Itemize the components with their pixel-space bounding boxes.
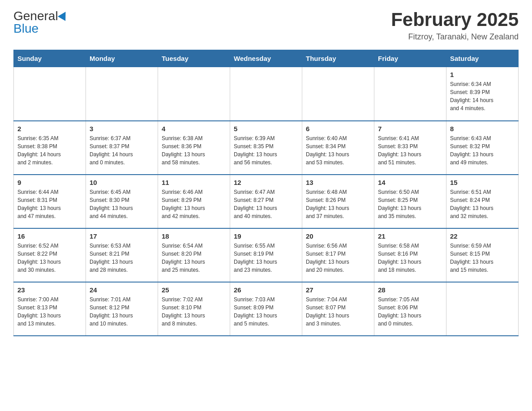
column-header-thursday: Thursday: [302, 50, 374, 67]
day-info: Sunrise: 6:38 AM Sunset: 8:36 PM Dayligh…: [162, 134, 226, 167]
calendar-cell: 16Sunrise: 6:52 AM Sunset: 8:22 PM Dayli…: [14, 228, 86, 282]
calendar-cell: [302, 67, 374, 121]
calendar-week-row: 9Sunrise: 6:44 AM Sunset: 8:31 PM Daylig…: [14, 175, 519, 228]
day-info: Sunrise: 6:56 AM Sunset: 8:17 PM Dayligh…: [306, 242, 370, 274]
day-info: Sunrise: 6:59 AM Sunset: 8:15 PM Dayligh…: [450, 242, 515, 274]
day-number: 4: [162, 125, 226, 133]
day-number: 2: [17, 125, 82, 133]
calendar-cell: 19Sunrise: 6:55 AM Sunset: 8:19 PM Dayli…: [230, 228, 302, 282]
calendar-cell: 18Sunrise: 6:54 AM Sunset: 8:20 PM Dayli…: [158, 228, 230, 282]
day-info: Sunrise: 7:02 AM Sunset: 8:10 PM Dayligh…: [162, 295, 226, 328]
day-number: 28: [378, 286, 442, 294]
calendar-cell: 15Sunrise: 6:51 AM Sunset: 8:24 PM Dayli…: [446, 175, 519, 228]
day-info: Sunrise: 6:37 AM Sunset: 8:37 PM Dayligh…: [90, 134, 154, 167]
day-number: 21: [378, 232, 442, 240]
day-info: Sunrise: 7:03 AM Sunset: 8:09 PM Dayligh…: [234, 295, 298, 328]
title-area: February 2025 Fitzroy, Taranaki, New Zea…: [391, 9, 519, 42]
column-header-tuesday: Tuesday: [158, 50, 230, 67]
calendar-cell: 9Sunrise: 6:44 AM Sunset: 8:31 PM Daylig…: [14, 175, 86, 228]
day-info: Sunrise: 6:35 AM Sunset: 8:38 PM Dayligh…: [17, 134, 82, 167]
day-info: Sunrise: 6:48 AM Sunset: 8:26 PM Dayligh…: [306, 188, 370, 220]
calendar-week-row: 2Sunrise: 6:35 AM Sunset: 8:38 PM Daylig…: [14, 121, 519, 175]
day-info: Sunrise: 6:45 AM Sunset: 8:30 PM Dayligh…: [90, 188, 154, 220]
calendar-cell: 1Sunrise: 6:34 AM Sunset: 8:39 PM Daylig…: [446, 67, 519, 121]
day-info: Sunrise: 6:46 AM Sunset: 8:29 PM Dayligh…: [162, 188, 226, 220]
column-header-wednesday: Wednesday: [230, 50, 302, 67]
calendar-cell: 6Sunrise: 6:40 AM Sunset: 8:34 PM Daylig…: [302, 121, 374, 175]
day-number: 18: [162, 232, 226, 240]
day-number: 26: [234, 286, 298, 294]
day-info: Sunrise: 6:40 AM Sunset: 8:34 PM Dayligh…: [306, 134, 370, 167]
calendar-cell: [14, 67, 86, 121]
calendar-cell: 11Sunrise: 6:46 AM Sunset: 8:29 PM Dayli…: [158, 175, 230, 228]
calendar-cell: 27Sunrise: 7:04 AM Sunset: 8:07 PM Dayli…: [302, 282, 374, 336]
calendar-cell: [446, 282, 519, 336]
calendar-cell: 3Sunrise: 6:37 AM Sunset: 8:37 PM Daylig…: [86, 121, 158, 175]
day-info: Sunrise: 7:01 AM Sunset: 8:12 PM Dayligh…: [90, 295, 154, 328]
day-number: 1: [450, 71, 515, 78]
day-number: 8: [450, 125, 515, 133]
day-number: 7: [378, 125, 442, 133]
calendar-cell: 17Sunrise: 6:53 AM Sunset: 8:21 PM Dayli…: [86, 228, 158, 282]
day-info: Sunrise: 6:47 AM Sunset: 8:27 PM Dayligh…: [234, 188, 298, 220]
logo: General Blue: [13, 9, 68, 36]
day-number: 16: [17, 232, 82, 240]
day-info: Sunrise: 6:58 AM Sunset: 8:16 PM Dayligh…: [378, 242, 442, 274]
calendar-cell: [374, 67, 446, 121]
calendar-cell: 24Sunrise: 7:01 AM Sunset: 8:12 PM Dayli…: [86, 282, 158, 336]
calendar-cell: [86, 67, 158, 121]
calendar-cell: 28Sunrise: 7:05 AM Sunset: 8:06 PM Dayli…: [374, 282, 446, 336]
calendar-cell: [158, 67, 230, 121]
day-info: Sunrise: 6:41 AM Sunset: 8:33 PM Dayligh…: [378, 134, 442, 167]
day-info: Sunrise: 6:55 AM Sunset: 8:19 PM Dayligh…: [234, 242, 298, 274]
day-info: Sunrise: 7:05 AM Sunset: 8:06 PM Dayligh…: [378, 295, 442, 328]
day-info: Sunrise: 6:54 AM Sunset: 8:20 PM Dayligh…: [162, 242, 226, 274]
calendar-cell: 8Sunrise: 6:43 AM Sunset: 8:32 PM Daylig…: [446, 121, 519, 175]
column-header-saturday: Saturday: [446, 50, 519, 67]
day-number: 22: [450, 232, 515, 240]
day-info: Sunrise: 6:53 AM Sunset: 8:21 PM Dayligh…: [90, 242, 154, 274]
day-info: Sunrise: 6:39 AM Sunset: 8:35 PM Dayligh…: [234, 134, 298, 167]
day-number: 17: [90, 232, 154, 240]
calendar-cell: 7Sunrise: 6:41 AM Sunset: 8:33 PM Daylig…: [374, 121, 446, 175]
day-number: 3: [90, 125, 154, 133]
day-number: 15: [450, 179, 515, 186]
column-header-friday: Friday: [374, 50, 446, 67]
calendar-cell: 22Sunrise: 6:59 AM Sunset: 8:15 PM Dayli…: [446, 228, 519, 282]
calendar-cell: [230, 67, 302, 121]
calendar-cell: 13Sunrise: 6:48 AM Sunset: 8:26 PM Dayli…: [302, 175, 374, 228]
page-title: February 2025: [391, 9, 519, 30]
calendar-cell: 12Sunrise: 6:47 AM Sunset: 8:27 PM Dayli…: [230, 175, 302, 228]
day-number: 27: [306, 286, 370, 294]
column-header-monday: Monday: [86, 50, 158, 67]
calendar-cell: 25Sunrise: 7:02 AM Sunset: 8:10 PM Dayli…: [158, 282, 230, 336]
calendar-week-row: 16Sunrise: 6:52 AM Sunset: 8:22 PM Dayli…: [14, 228, 519, 282]
calendar-cell: 5Sunrise: 6:39 AM Sunset: 8:35 PM Daylig…: [230, 121, 302, 175]
calendar-cell: 14Sunrise: 6:50 AM Sunset: 8:25 PM Dayli…: [374, 175, 446, 228]
day-number: 12: [234, 179, 298, 186]
day-info: Sunrise: 6:34 AM Sunset: 8:39 PM Dayligh…: [450, 80, 515, 112]
day-number: 19: [234, 232, 298, 240]
day-number: 11: [162, 179, 226, 186]
calendar-cell: 23Sunrise: 7:00 AM Sunset: 8:13 PM Dayli…: [14, 282, 86, 336]
calendar-cell: 26Sunrise: 7:03 AM Sunset: 8:09 PM Dayli…: [230, 282, 302, 336]
calendar-week-row: 23Sunrise: 7:00 AM Sunset: 8:13 PM Dayli…: [14, 282, 519, 336]
day-info: Sunrise: 6:43 AM Sunset: 8:32 PM Dayligh…: [450, 134, 515, 167]
day-info: Sunrise: 7:00 AM Sunset: 8:13 PM Dayligh…: [17, 295, 82, 328]
day-info: Sunrise: 6:52 AM Sunset: 8:22 PM Dayligh…: [17, 242, 82, 274]
logo-blue-text: Blue: [13, 21, 39, 35]
day-number: 9: [17, 179, 82, 186]
page-header: General Blue February 2025 Fitzroy, Tara…: [13, 9, 519, 42]
calendar-header-row: SundayMondayTuesdayWednesdayThursdayFrid…: [14, 50, 519, 67]
day-number: 23: [17, 286, 82, 294]
day-info: Sunrise: 7:04 AM Sunset: 8:07 PM Dayligh…: [306, 295, 370, 328]
day-number: 10: [90, 179, 154, 186]
location-subtitle: Fitzroy, Taranaki, New Zealand: [391, 32, 519, 42]
day-number: 24: [90, 286, 154, 294]
column-header-sunday: Sunday: [14, 50, 86, 67]
calendar-cell: 21Sunrise: 6:58 AM Sunset: 8:16 PM Dayli…: [374, 228, 446, 282]
calendar-cell: 20Sunrise: 6:56 AM Sunset: 8:17 PM Dayli…: [302, 228, 374, 282]
day-info: Sunrise: 6:50 AM Sunset: 8:25 PM Dayligh…: [378, 188, 442, 220]
calendar-week-row: 1Sunrise: 6:34 AM Sunset: 8:39 PM Daylig…: [14, 67, 519, 121]
day-number: 20: [306, 232, 370, 240]
